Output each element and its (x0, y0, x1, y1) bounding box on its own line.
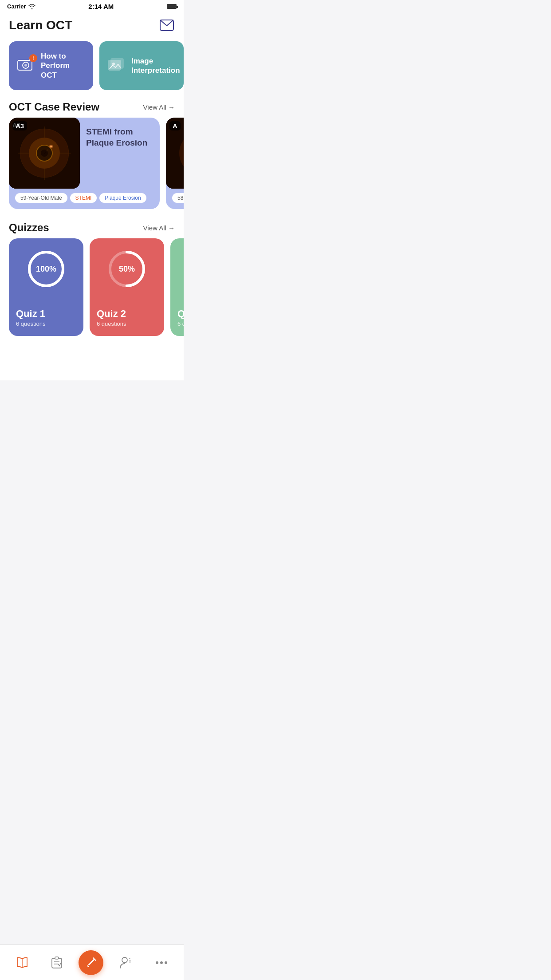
quiz-name-3: Quiz 3 (177, 308, 184, 320)
case-info: STEMI from Plaque Erosion (80, 118, 160, 157)
case-title: STEMI from Plaque Erosion (86, 126, 153, 148)
quiz-ring-1: 100% (26, 249, 66, 289)
quiz-card-3[interactable]: 0% Quiz 3 6 questions (170, 238, 184, 336)
status-battery (167, 4, 177, 9)
tag-age: 59-Year-Old Male (15, 193, 67, 203)
case-badge-2: A (169, 121, 181, 130)
page-title: Learn OCT (9, 18, 72, 32)
case-review-title: OCT Case Review (9, 101, 99, 113)
mail-button[interactable] (159, 17, 175, 33)
card-icon-wrap: ! (16, 56, 35, 75)
case-card-2[interactable]: A Case 2 58-Yea... (166, 118, 184, 209)
carrier-label: Carrier (7, 3, 26, 10)
svg-point-3 (24, 64, 27, 67)
quiz-questions-1: 6 questions (16, 320, 76, 327)
main-content: Learn OCT ! How t (0, 12, 184, 380)
quizzes-header: Quizzes View All → (0, 218, 184, 238)
quizzes-row: 100% Quiz 1 6 questions 50% Quiz 2 6 que… (0, 238, 184, 345)
case-image-row-2: A Case 2 (166, 118, 184, 189)
quiz-questions-3: 6 questions (177, 320, 184, 327)
cases-row: A3 A3 STEMI from Plaque Erosion 59-Year-… (0, 118, 184, 218)
tag-stemi: STEMI (70, 193, 97, 203)
case-review-header: OCT Case Review View All → (0, 97, 184, 118)
learn-cards-row: ! How to Perform OCT Image Interpretatio… (0, 38, 184, 97)
case-review-view-all[interactable]: View All → (143, 103, 175, 111)
status-bar: Carrier 2:14 AM (0, 0, 184, 12)
quiz-name-1: Quiz 1 (16, 308, 76, 320)
quiz-card-2[interactable]: 50% Quiz 2 6 questions (90, 238, 164, 336)
case-tags: 59-Year-Old Male STEMI Plaque Erosion (9, 189, 160, 209)
tag-plaque: Plaque Erosion (99, 193, 146, 203)
quiz-bottom-1: Quiz 1 6 questions (16, 308, 76, 327)
quiz-questions-2: 6 questions (97, 320, 157, 327)
quizzes-view-all[interactable]: View All → (143, 224, 175, 232)
learn-card-image-interpretation[interactable]: Image Interpretation (99, 41, 184, 90)
card-label-image-interpretation: Image Interpretation (131, 56, 180, 75)
battery-icon (167, 4, 177, 9)
header: Learn OCT (0, 12, 184, 38)
quiz-bottom-2: Quiz 2 6 questions (97, 308, 157, 327)
case-badge: A3 (12, 121, 27, 130)
mail-icon (160, 20, 174, 31)
wifi-icon (28, 4, 35, 9)
quiz-ring-2: 50% (107, 249, 147, 289)
learn-card-how-to-perform-oct[interactable]: ! How to Perform OCT (9, 41, 93, 90)
card-badge: ! (29, 54, 37, 62)
tag-age-2: 58-Yea... (172, 193, 184, 203)
quiz-card-1[interactable]: 100% Quiz 1 6 questions (9, 238, 83, 336)
status-carrier: Carrier (7, 3, 35, 10)
photos-icon (106, 56, 126, 75)
case-tags-2: 58-Yea... (166, 189, 184, 209)
case-card-stemi[interactable]: A3 A3 STEMI from Plaque Erosion 59-Year-… (9, 118, 160, 209)
card-label-how-to-perform: How to Perform OCT (41, 51, 86, 80)
case-image-row: A3 A3 STEMI from Plaque Erosion (9, 118, 160, 189)
card-icon-wrap-2 (106, 56, 126, 75)
case-image: A3 A3 (9, 118, 80, 189)
case-image-2: A (166, 118, 184, 189)
quiz-name-2: Quiz 2 (97, 308, 157, 320)
svg-text:100%: 100% (36, 265, 56, 273)
quizzes-title: Quizzes (9, 221, 49, 234)
status-time: 2:14 AM (88, 3, 114, 10)
svg-text:50%: 50% (119, 265, 135, 273)
quiz-bottom-3: Quiz 3 6 questions (177, 308, 184, 327)
